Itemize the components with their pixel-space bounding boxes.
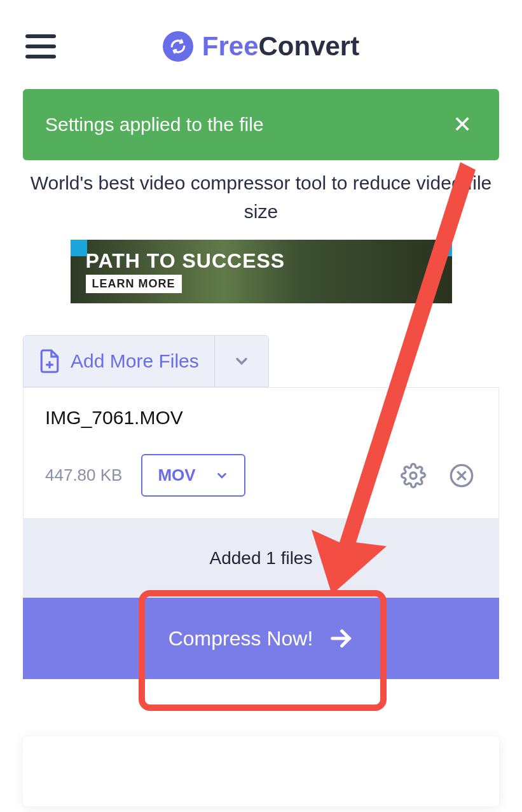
svg-point-2: [410, 472, 416, 479]
add-more-dropdown-button[interactable]: [215, 336, 268, 387]
gear-icon: [401, 463, 426, 488]
page-tagline: World's best video compressor tool to re…: [0, 169, 522, 226]
toast-settings-applied: Settings applied to the file ✕: [23, 89, 499, 160]
compress-now-button[interactable]: Compress Now!: [23, 598, 499, 679]
compress-label: Compress Now!: [168, 627, 313, 650]
app-header: FreeConvert: [0, 0, 522, 92]
file-plus-icon: [39, 348, 60, 374]
info-card: [23, 736, 499, 806]
chevron-down-icon: [233, 352, 251, 370]
file-size: 447.80 KB: [45, 465, 122, 485]
add-more-label: Add More Files: [71, 350, 199, 372]
logo-text: FreeConvert: [202, 31, 359, 62]
arrow-right-icon: [328, 626, 354, 651]
adchoices-icon: [71, 240, 87, 256]
file-panel: Add More Files IMG_7061.MOV 447.80 KB MO…: [23, 335, 499, 679]
ad-banner[interactable]: PATH TO SUCCESS LEARN MORE: [71, 240, 452, 303]
adchoices-icon: [436, 240, 452, 256]
files-added-status: Added 1 files: [23, 519, 499, 598]
remove-file-button[interactable]: [446, 460, 477, 491]
format-value: MOV: [158, 465, 195, 485]
format-select[interactable]: MOV: [141, 454, 245, 497]
add-more-group: Add More Files: [23, 335, 269, 387]
toast-message: Settings applied to the file: [45, 114, 264, 135]
file-row: IMG_7061.MOV 447.80 KB MOV: [23, 387, 499, 519]
close-circle-icon: [449, 463, 474, 488]
file-name: IMG_7061.MOV: [45, 407, 477, 429]
settings-button[interactable]: [398, 460, 429, 491]
app-logo[interactable]: FreeConvert: [163, 31, 359, 62]
add-more-files-button[interactable]: Add More Files: [24, 336, 215, 387]
ad-title: PATH TO SUCCESS: [86, 251, 285, 271]
ad-cta-button[interactable]: LEARN MORE: [86, 275, 182, 293]
hamburger-menu-icon[interactable]: [25, 34, 56, 58]
close-icon[interactable]: ✕: [448, 113, 477, 136]
swap-icon: [163, 31, 193, 62]
chevron-down-icon: [215, 469, 229, 483]
